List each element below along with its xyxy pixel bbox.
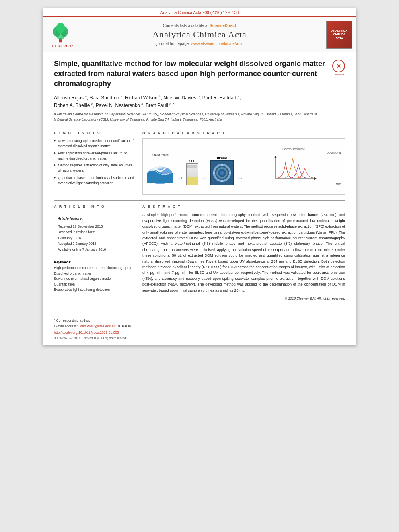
highlight-text-1: New chromatographic method for quantific… xyxy=(58,139,134,148)
sciencedirect-link[interactable]: ScienceDirect xyxy=(210,23,236,28)
email-label: E-mail address: xyxy=(54,324,78,328)
svg-marker-18 xyxy=(274,156,277,158)
ga-arrow-3: → xyxy=(236,174,243,182)
crossmark-icon[interactable]: ✕ xyxy=(332,60,345,72)
accepted-date: Accepted 2 January 2016 xyxy=(58,241,131,246)
crossmark-area: ✕ CrossMark xyxy=(332,60,345,76)
keywords-section: Keywords: High-performance counter-curre… xyxy=(54,260,134,293)
affiliation-a: a Australian Centre for Research on Sepa… xyxy=(54,112,345,117)
highlight-item-2: First application of reversed-phase HPCC… xyxy=(54,151,134,161)
section-divider-2 xyxy=(54,200,345,201)
page: Analytica Chimica Acta 909 (2016) 129–13… xyxy=(43,8,356,345)
elsevier-logo: ELSEVIER xyxy=(47,21,79,48)
ga-mins-label: Mins xyxy=(246,183,341,185)
highlight-item-3: Method requires extraction of only small… xyxy=(54,163,134,173)
highlight-text-3: Method requires extraction of only small… xyxy=(58,163,132,173)
graphical-abstract-col: G R A P H I C A L A B S T R A C T Natura… xyxy=(142,131,345,195)
available-date: Available online 7 January 2016 xyxy=(58,246,131,252)
highlight-item-4: Quantitation based upon both UV absorban… xyxy=(54,175,134,186)
corresponding-author: * Corresponding author. xyxy=(54,318,345,322)
footnote-section: * Corresponding author. E-mail address: … xyxy=(43,318,356,345)
svg-point-11 xyxy=(220,171,224,175)
received-revised-label: Received in revised form xyxy=(58,229,131,235)
journal-reference: Analytica Chimica Acta 909 (2016) 129–13… xyxy=(43,8,356,16)
bottom-divider xyxy=(43,314,356,314)
svg-point-15 xyxy=(213,172,215,174)
keyword-5: Evaporative light scattering detection xyxy=(54,287,134,293)
abstract-text: A simple, high-performance counter-curre… xyxy=(142,212,345,293)
doi-link[interactable]: http://dx.doi.org/10.1016/j.aca.2016.01.… xyxy=(54,331,119,335)
received-date: Received 22 September 2015 xyxy=(58,224,131,229)
ga-spe-filler xyxy=(187,177,198,185)
ga-coil-icon xyxy=(212,163,232,183)
ga-dom-label: DOM mg/mL xyxy=(246,151,341,154)
highlight-text-2: First application of reversed-phase HPCC… xyxy=(58,151,127,160)
ga-natural-water-label: Natural Water xyxy=(152,153,169,156)
copyright-line: © 2016 Elsevier B.V. All rights reserved… xyxy=(142,296,345,300)
graphical-abstract-header: G R A P H I C A L A B S T R A C T xyxy=(142,131,345,135)
info-abstract-row: A R T I C L E I N F O Article history: R… xyxy=(54,205,345,300)
graphical-abstract-box: Natural Water xyxy=(142,138,345,195)
ga-hpccc-label: HPCCC xyxy=(217,157,227,160)
keyword-4: Quantification xyxy=(54,282,134,288)
svg-point-4 xyxy=(56,23,65,33)
ga-water-section: Natural Water xyxy=(146,153,174,185)
journal-header-center: Contents lists available at ScienceDirec… xyxy=(79,23,320,46)
keyword-2: Dissolved organic matter xyxy=(54,271,134,277)
homepage-url[interactable]: www.elsevier.com/locate/aca xyxy=(191,41,243,46)
highlights-header: H I G H L I G H T S xyxy=(54,131,134,135)
ga-hpccc-section: HPCCC xyxy=(210,157,234,185)
email-line: E-mail address: Brett.Paull@utas.edu.au … xyxy=(54,324,345,328)
ga-spe-box xyxy=(186,163,198,185)
article-info-header: A R T I C L E I N F O xyxy=(54,205,134,209)
sciencedirect-line: Contents lists available at ScienceDirec… xyxy=(79,23,320,28)
doi-line: http://dx.doi.org/10.1016/j.aca.2016.01.… xyxy=(54,331,345,335)
elsevier-label: ELSEVIER xyxy=(52,44,74,48)
contents-text: Contents lists available at xyxy=(163,23,208,28)
article-info-box: Article history: Received 22 September 2… xyxy=(54,212,134,256)
ga-arrow-2: → xyxy=(201,174,208,182)
ga-inner: Natural Water xyxy=(146,148,341,185)
ga-spe-section: SPE xyxy=(186,160,198,185)
ga-chart-area: Detector Response DOM mg/mL xyxy=(246,148,341,185)
ga-hpccc-box xyxy=(210,160,234,185)
journal-title: Analytica Chimica Acta xyxy=(79,29,320,40)
ga-spe-label: SPE xyxy=(189,160,195,162)
svg-point-13 xyxy=(229,172,231,174)
highlights-list: New chromatographic method for quantific… xyxy=(54,138,134,185)
email-suffix: (B. Paull). xyxy=(117,324,132,328)
ga-wave-icon xyxy=(146,157,174,185)
journal-ref-text: Analytica Chimica Acta 909 (2016) 129–13… xyxy=(160,10,239,15)
ga-spe-cap xyxy=(187,165,197,168)
keyword-3: Suwannee river natural organic matter xyxy=(54,276,134,282)
article-title: Simple, quantitative method for low mole… xyxy=(54,59,327,89)
highlights-col: H I G H L I G H T S New chromatographic … xyxy=(54,131,134,195)
journal-header: ELSEVIER Contents lists available at Sci… xyxy=(43,16,356,52)
ga-flow: Natural Water xyxy=(146,148,341,185)
aca-logo: ANALYTICACHIMICAACTA xyxy=(326,21,352,49)
aca-logo-text: ANALYTICACHIMICAACTA xyxy=(331,29,348,40)
ga-arrow-1: → xyxy=(177,174,184,182)
highlight-text-4: Quantitation based upon both UV absorban… xyxy=(58,176,134,185)
history-label: Article history: xyxy=(58,216,131,222)
elsevier-logo-area: ELSEVIER xyxy=(47,21,79,48)
svg-point-12 xyxy=(221,164,223,166)
authors-line: Alfonso Rojas a, Sara Sandron a, Richard… xyxy=(54,94,345,109)
email-address[interactable]: Brett.Paull@utas.edu.au xyxy=(78,324,115,328)
keyword-1: High-performance counter-current chromat… xyxy=(54,265,134,271)
aca-logo-area: ANALYTICACHIMICAACTA xyxy=(320,21,352,49)
highlight-item-1: New chromatographic method for quantific… xyxy=(54,138,134,149)
svg-point-14 xyxy=(221,180,223,182)
svg-marker-19 xyxy=(314,177,317,180)
ga-detector-label: Detector Response xyxy=(246,148,341,150)
crossmark-label: CrossMark xyxy=(332,73,345,76)
highlights-abstract-row: H I G H L I G H T S New chromatographic … xyxy=(54,131,345,195)
abstract-col: A B S T R A C T A simple, high-performan… xyxy=(142,205,345,300)
elsevier-tree-icon xyxy=(51,21,75,43)
ga-chart-svg xyxy=(246,154,341,183)
journal-homepage: journal homepage: www.elsevier.com/locat… xyxy=(79,41,320,46)
keywords-label: Keywords: xyxy=(54,260,134,264)
title-row: Simple, quantitative method for low mole… xyxy=(54,59,345,94)
issn-line: 0003-2670/© 2016 Elsevier B.V. All right… xyxy=(54,336,345,340)
article-info-col: A R T I C L E I N F O Article history: R… xyxy=(54,205,134,300)
